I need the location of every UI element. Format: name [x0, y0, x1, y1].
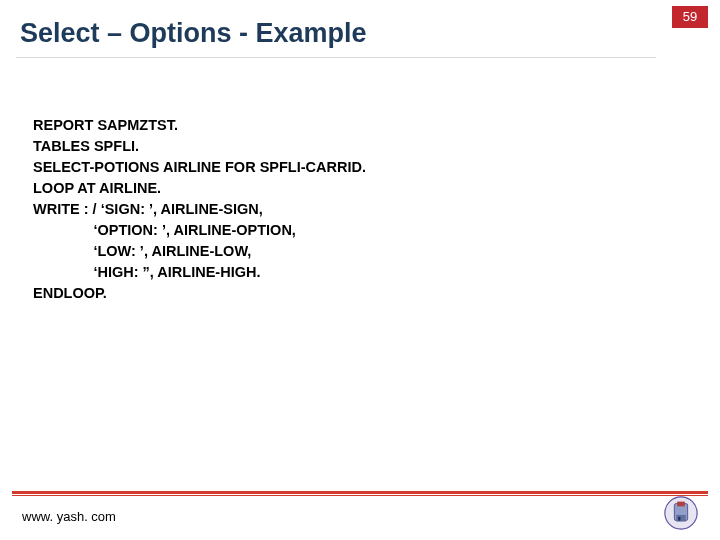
page-number-badge: 59 — [672, 6, 708, 28]
footer-url: www. yash. com — [22, 509, 116, 524]
footer-divider — [12, 491, 708, 496]
code-line: REPORT SAPMZTST. — [33, 117, 178, 133]
code-line: ‘HIGH: ”, AIRLINE-HIGH. — [33, 264, 260, 280]
code-line: ‘LOW: ’, AIRLINE-LOW, — [33, 243, 251, 259]
svg-rect-2 — [677, 502, 685, 507]
code-line: LOOP AT AIRLINE. — [33, 180, 161, 196]
title-container: Select – Options - Example — [16, 12, 656, 58]
code-line: ‘OPTION: ’, AIRLINE-OPTION, — [33, 222, 296, 238]
slide-title: Select – Options - Example — [16, 12, 656, 57]
svg-rect-4 — [678, 517, 680, 521]
code-line: SELECT-POTIONS AIRLINE FOR SPFLI-CARRID. — [33, 159, 366, 175]
code-line: ENDLOOP. — [33, 285, 107, 301]
code-block: REPORT SAPMZTST. TABLES SPFLI. SELECT-PO… — [33, 115, 680, 304]
page-number: 59 — [683, 9, 697, 24]
code-line: WRITE : / ‘SIGN: ’, AIRLINE-SIGN, — [33, 201, 263, 217]
company-logo-icon — [662, 494, 700, 532]
svg-rect-3 — [676, 515, 686, 522]
slide: 59 Select – Options - Example REPORT SAP… — [0, 0, 720, 540]
code-line: TABLES SPFLI. — [33, 138, 139, 154]
